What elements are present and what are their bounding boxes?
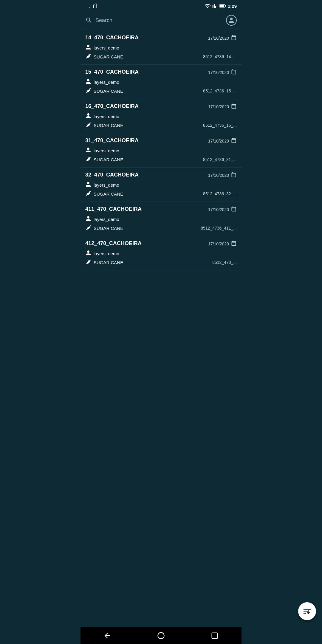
back-button[interactable] <box>97 629 117 642</box>
item-date-5: 17/10/2020 <box>208 173 229 178</box>
item-date-wrapper: 17/10/2020 <box>208 137 237 145</box>
search-input-wrapper[interactable] <box>85 17 222 24</box>
item-crop-row: SUGAR CANE 8512_4736_15_... <box>85 87 237 95</box>
item-crop-left: SUGAR CANE <box>85 122 123 129</box>
item-crop-3: SUGAR CANE <box>94 123 123 128</box>
item-date-3: 17/10/2020 <box>208 104 229 109</box>
crop-icon <box>85 87 91 95</box>
crop-icon <box>85 122 91 129</box>
item-date-7: 17/10/2020 <box>208 242 229 246</box>
list-item[interactable]: 411_470_CACHOEIRA 17/10/2020 layer <box>80 202 242 236</box>
item-crop-row: SUGAR CANE 8512_473_... <box>85 259 237 266</box>
item-crop-row: SUGAR CANE 8512_4736_16_... <box>85 122 237 129</box>
item-user-3: layers_demo <box>94 114 119 119</box>
item-crop-5: SUGAR CANE <box>94 191 123 196</box>
item-crop-4: SUGAR CANE <box>94 157 123 162</box>
user-icon <box>85 216 91 223</box>
item-code-1: 8512_4736_14_... <box>203 54 237 59</box>
item-user-7: layers_demo <box>94 251 119 256</box>
item-title-2: 15_470_CACHOEIRA <box>85 69 139 75</box>
item-date-6: 17/10/2020 <box>208 207 229 212</box>
list-item[interactable]: 31_470_CACHOEIRA 17/10/2020 layers <box>80 133 242 168</box>
search-bar <box>80 12 242 29</box>
item-crop-row: SUGAR CANE 8512_4736_411_... <box>85 225 237 232</box>
crop-icon <box>85 156 91 163</box>
crop-icon <box>85 53 91 60</box>
calendar-icon <box>231 137 237 145</box>
item-user-row: layers_demo <box>85 216 237 223</box>
list-item[interactable]: 412_470_CACHOEIRA 17/10/2020 layer <box>80 236 242 270</box>
item-code-4: 8512_4736_31_... <box>203 157 237 162</box>
status-left-icons <box>85 3 98 9</box>
item-header: 31_470_CACHOEIRA 17/10/2020 <box>85 137 237 145</box>
item-header: 411_470_CACHOEIRA 17/10/2020 <box>85 206 237 213</box>
user-icon <box>85 181 91 188</box>
item-user-1: layers_demo <box>94 45 119 50</box>
item-code-2: 8512_4736_15_... <box>203 89 237 93</box>
status-bar: 1:29 <box>80 0 242 12</box>
item-date-wrapper: 17/10/2020 <box>208 35 237 42</box>
item-crop-left: SUGAR CANE <box>85 156 123 163</box>
item-user-row: layers_demo <box>85 250 237 257</box>
spinner-icon <box>85 3 91 9</box>
svg-point-0 <box>86 4 90 8</box>
user-icon <box>85 250 91 257</box>
list-item[interactable]: 14_470_CACHOEIRA 17/10/2020 layers <box>80 30 242 65</box>
item-code-5: 8512_4736_32_... <box>203 191 237 196</box>
sim-card-icon <box>92 3 98 9</box>
recent-icon <box>210 631 219 640</box>
calendar-icon <box>231 240 237 247</box>
back-icon <box>103 631 112 640</box>
item-title-6: 411_470_CACHOEIRA <box>85 206 142 212</box>
item-title-3: 16_470_CACHOEIRA <box>85 103 139 109</box>
status-right-icons: 1:29 <box>205 3 237 9</box>
list-item[interactable]: 32_470_CACHOEIRA 17/10/2020 layers <box>80 168 242 202</box>
user-icon <box>85 147 91 154</box>
crop-icon <box>85 190 91 197</box>
calendar-icon <box>231 206 237 213</box>
wifi-icon <box>205 3 210 9</box>
calendar-icon <box>231 172 237 179</box>
item-user-row: layers_demo <box>85 113 237 120</box>
profile-button[interactable] <box>226 15 237 26</box>
list-item[interactable]: 16_470_CACHOEIRA 17/10/2020 layers <box>80 99 242 133</box>
item-title-1: 14_470_CACHOEIRA <box>85 35 139 41</box>
item-user-row: layers_demo <box>85 78 237 86</box>
search-input[interactable] <box>95 17 222 24</box>
recent-apps-button[interactable] <box>205 629 225 642</box>
item-user-row: layers_demo <box>85 147 237 154</box>
item-date-2: 17/10/2020 <box>208 70 229 75</box>
item-date-wrapper: 17/10/2020 <box>208 172 237 179</box>
item-crop-row: SUGAR CANE 8512_4736_14_... <box>85 53 237 60</box>
home-icon <box>157 631 165 640</box>
item-date-4: 17/10/2020 <box>208 139 229 143</box>
list-container: 14_470_CACHOEIRA 17/10/2020 layers <box>80 30 242 627</box>
list-item[interactable]: 15_470_CACHOEIRA 17/10/2020 layers <box>80 65 242 99</box>
item-user-5: layers_demo <box>94 182 119 188</box>
item-date-wrapper: 17/10/2020 <box>208 103 237 110</box>
user-icon <box>85 44 91 51</box>
item-user-6: layers_demo <box>94 217 119 222</box>
svg-rect-3 <box>225 5 226 7</box>
item-user-row: layers_demo <box>85 44 237 51</box>
item-crop-6: SUGAR CANE <box>94 226 123 231</box>
item-date-wrapper: 17/10/2020 <box>208 69 237 76</box>
item-crop-row: SUGAR CANE 8512_4736_31_... <box>85 156 237 163</box>
item-title-5: 32_470_CACHOEIRA <box>85 172 139 178</box>
item-crop-7: SUGAR CANE <box>94 260 123 265</box>
item-header: 15_470_CACHOEIRA 17/10/2020 <box>85 69 237 76</box>
user-icon <box>85 113 91 120</box>
calendar-icon <box>231 69 237 76</box>
item-header: 14_470_CACHOEIRA 17/10/2020 <box>85 35 237 42</box>
svg-rect-5 <box>212 633 218 639</box>
item-crop-1: SUGAR CANE <box>94 54 123 59</box>
item-user-4: layers_demo <box>94 148 119 153</box>
item-code-6: 8512_4736_411_... <box>201 226 237 230</box>
svg-point-4 <box>158 633 164 639</box>
crop-icon <box>85 225 91 232</box>
item-code-7: 8512_473_... <box>212 260 237 265</box>
home-button[interactable] <box>151 629 171 642</box>
item-title-7: 412_470_CACHOEIRA <box>85 240 142 247</box>
user-icon <box>85 78 91 86</box>
navigation-bar <box>80 627 242 644</box>
